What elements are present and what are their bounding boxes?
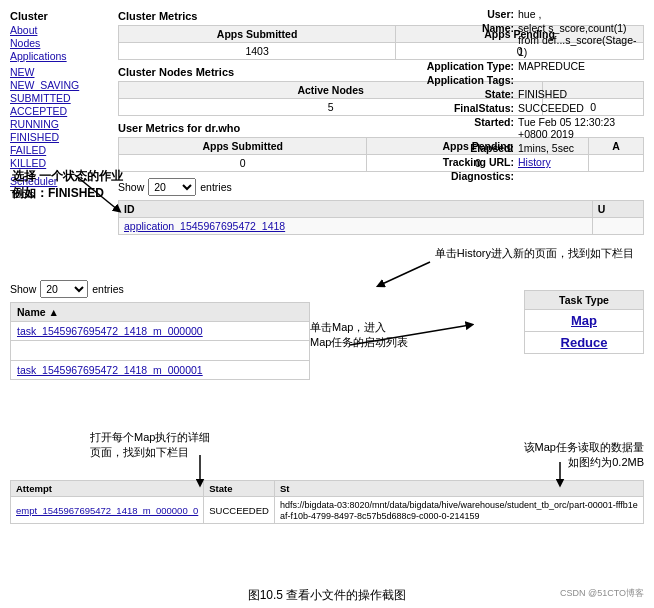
svg-line-1 <box>380 262 430 285</box>
info-panel: User: hue , Name: select s_score,count(1… <box>404 8 644 184</box>
annotation-select-state: 选择 一个状态的作业 例如：FINISHED <box>12 168 123 202</box>
value-started: Tue Feb 05 12:30:23 +0800 2019 <box>518 116 644 140</box>
state-running-link[interactable]: RUNNING <box>10 118 110 130</box>
table-row: empt_1545967695472_1418_m_000000_0 SUCCE… <box>11 497 644 524</box>
source-label: CSDN @51CTO博客 <box>560 587 644 600</box>
annotation-detail: 打开每个Map执行的详细 页面，找到如下栏目 <box>90 430 210 460</box>
attempt-id-link[interactable]: empt_1545967695472_1418_m_000000_0 <box>16 505 198 516</box>
task-type-section: Task Type Map Reduce <box>524 290 644 354</box>
state-accepted-link[interactable]: ACCEPTED <box>10 105 110 117</box>
main-container: Cluster About Nodes Applications NEW NEW… <box>0 0 654 608</box>
task-type-table: Task Type Map Reduce <box>524 290 644 354</box>
app-states: NEW NEW_SAVING SUBMITTED ACCEPTED RUNNIN… <box>10 66 110 169</box>
task-link-1[interactable]: task_1545967695472_1418_m_000001 <box>17 364 203 376</box>
col-attempt: Attempt <box>11 481 204 497</box>
value-app-type: MAPREDUCE <box>518 60 644 72</box>
table-row-map: Map <box>525 310 644 332</box>
col-apps-submitted: Apps Submitted <box>119 26 396 43</box>
value-elapsed: 1mins, 5sec <box>518 142 644 154</box>
entries-select[interactable]: 20 10 50 100 <box>148 178 196 196</box>
annotation-line1: 选择 一个状态的作业 <box>12 169 123 183</box>
label-app-type: Application Type: <box>404 60 514 72</box>
annotation-data-line1: 该Map任务读取的数据量 <box>524 441 644 453</box>
attempt-id-cell: empt_1545967695472_1418_m_000000_0 <box>11 497 204 524</box>
attempt-section: Attempt State St empt_1545967695472_1418… <box>10 480 644 524</box>
cluster-title: Cluster <box>10 10 110 22</box>
state-new-link[interactable]: NEW <box>10 66 110 78</box>
label-name: Name: <box>404 22 514 58</box>
history-entries-select[interactable]: 20 10 50 100 <box>40 280 88 298</box>
history-table: Name ▲ task_1545967695472_1418_m_000000 <box>10 302 310 380</box>
state-finished-link[interactable]: FINISHED <box>10 131 110 143</box>
val-user-submitted: 0 <box>119 155 367 172</box>
annotation-data-size: 该Map任务读取的数据量 如图约为0.2MB <box>524 440 644 470</box>
cluster-about-link[interactable]: About <box>10 24 110 36</box>
value-name: select s_score,count(1) from def...s_sco… <box>518 22 644 58</box>
state-new-saving-link[interactable]: NEW_SAVING <box>10 79 110 91</box>
table-row: task_1545967695472_1418_m_000000 <box>11 322 310 341</box>
col-st: St <box>274 481 643 497</box>
attempt-st-cell: hdfs://bigdata-03:8020/mnt/data/bigdata/… <box>274 497 643 524</box>
annotation-map: 单击Map，进入 Map任务的启动列表 <box>310 320 408 350</box>
entries-label: entries <box>200 181 232 193</box>
annotation-detail-line1: 打开每个Map执行的详细 <box>90 431 210 443</box>
cluster-nodes-link[interactable]: Nodes <box>10 37 110 49</box>
label-tags: Application Tags: <box>404 74 514 86</box>
app-user-cell <box>592 218 643 235</box>
app-id-cell: application_1545967695472_1418 <box>119 218 593 235</box>
table-row: application_1545967695472_1418 <box>119 218 644 235</box>
annotation-map-line1: 单击Map，进入 <box>310 321 386 333</box>
app-id-link[interactable]: application_1545967695472_1418 <box>124 220 285 232</box>
info-row-final: FinalStatus: SUCCEEDED <box>404 102 644 114</box>
value-tags <box>518 74 644 86</box>
attempt-state-cell: SUCCEEDED <box>204 497 275 524</box>
value-final: SUCCEEDED <box>518 102 644 114</box>
value-user: hue , <box>518 8 644 20</box>
info-row-tracking: Tracking URL: History <box>404 156 644 168</box>
task-link-0[interactable]: task_1545967695472_1418_m_000000 <box>17 325 203 337</box>
col-user: U <box>592 201 643 218</box>
task-map-link[interactable]: Map <box>571 313 597 328</box>
table-row-reduce: Reduce <box>525 332 644 354</box>
attempt-st-value: hdfs://bigdata-03:8020/mnt/data/bigdata/… <box>280 500 638 521</box>
info-row-name: Name: select s_score,count(1) from def..… <box>404 22 644 58</box>
tracking-url-link[interactable]: History <box>518 156 644 168</box>
caption: 图10.5 查看小文件的操作截图 CSDN @51CTO博客 <box>0 587 654 604</box>
info-row-diagnostics: Diagnostics: <box>404 170 644 182</box>
task-reduce-link[interactable]: Reduce <box>561 335 608 350</box>
col-user-submitted: Apps Submitted <box>119 138 367 155</box>
col-state: State <box>204 481 275 497</box>
annotation-history: 单击History进入新的页面，找到如下栏目 <box>435 246 634 261</box>
col-id: ID <box>119 201 593 218</box>
state-failed-link[interactable]: FAILED <box>10 144 110 156</box>
info-row-user: User: hue , <box>404 8 644 20</box>
history-entries-label: entries <box>92 283 124 295</box>
info-row-tags: Application Tags: <box>404 74 644 86</box>
annotation-line2: 例如：FINISHED <box>12 186 104 200</box>
info-row-started: Started: Tue Feb 05 12:30:23 +0800 2019 <box>404 116 644 140</box>
app-table: ID U application_1545967695472_1418 <box>118 200 644 235</box>
caption-text: 图10.5 查看小文件的操作截图 <box>248 588 407 602</box>
label-final: FinalStatus: <box>404 102 514 114</box>
label-started: Started: <box>404 116 514 140</box>
label-state: State: <box>404 88 514 100</box>
cluster-applications-link[interactable]: Applications <box>10 50 110 62</box>
annotation-detail-line2: 页面，找到如下栏目 <box>90 446 189 458</box>
info-row-state: State: FINISHED <box>404 88 644 100</box>
label-tracking: Tracking URL: <box>404 156 514 168</box>
value-state: FINISHED <box>518 88 644 100</box>
attempt-table: Attempt State St empt_1545967695472_1418… <box>10 480 644 524</box>
table-row: task_1545967695472_1418_m_000001 <box>11 361 310 380</box>
label-user: User: <box>404 8 514 20</box>
table-row-empty <box>11 341 310 361</box>
value-diagnostics <box>518 170 644 182</box>
state-submitted-link[interactable]: SUBMITTED <box>10 92 110 104</box>
col-task-type: Task Type <box>525 291 644 310</box>
info-row-elapsed: Elapsed: 1mins, 5sec <box>404 142 644 154</box>
history-section: Show 20 10 50 100 entries Name ▲ <box>10 280 310 380</box>
label-diagnostics: Diagnostics: <box>404 170 514 182</box>
annotation-data-line2: 如图约为0.2MB <box>568 456 644 468</box>
col-task-name: Name ▲ <box>11 303 310 322</box>
info-row-app-type: Application Type: MAPREDUCE <box>404 60 644 72</box>
annotation-history-text: 单击History进入新的页面，找到如下栏目 <box>435 247 634 259</box>
